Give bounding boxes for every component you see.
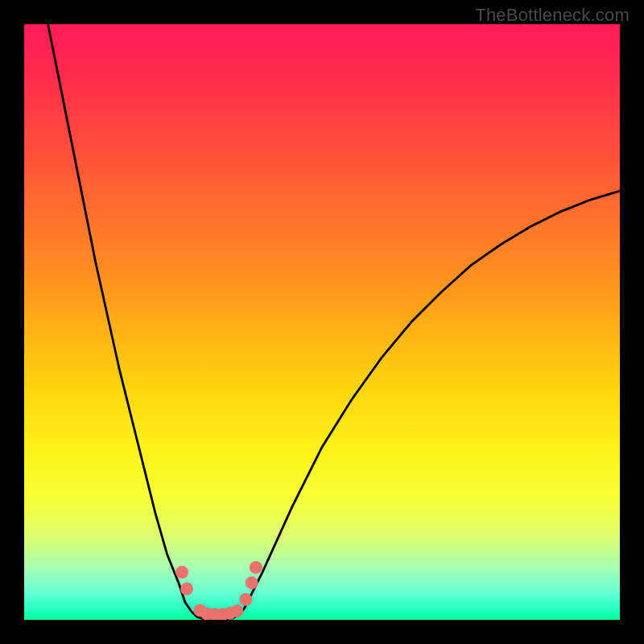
chart-frame: TheBottleneck.com <box>0 0 644 644</box>
valley-dots-group <box>175 561 262 620</box>
valley-dot <box>250 561 262 574</box>
valley-dot <box>230 605 243 617</box>
valley-dot <box>175 566 188 579</box>
attribution-label: TheBottleneck.com <box>475 5 630 26</box>
plot-area <box>24 24 620 620</box>
valley-dot <box>239 593 252 606</box>
valley-dot <box>180 583 193 596</box>
bottleneck-curve <box>48 24 620 619</box>
valley-dot <box>246 576 258 589</box>
curve-layer <box>24 24 620 620</box>
